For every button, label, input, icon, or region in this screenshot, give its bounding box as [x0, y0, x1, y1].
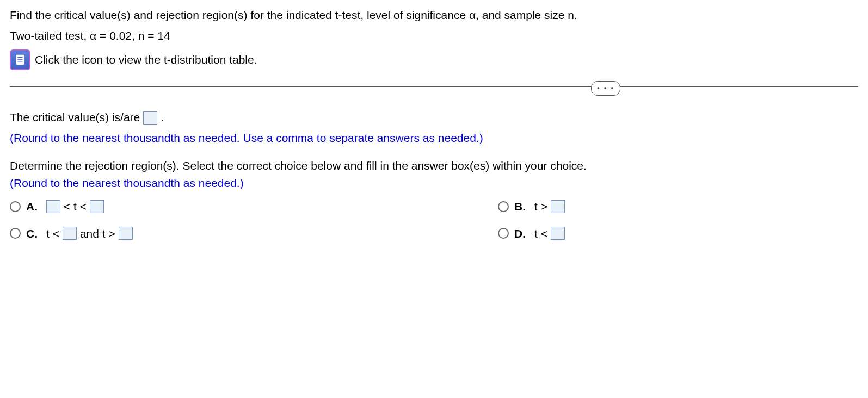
problem-line-1: Find the critical value(s) and rejection…: [10, 7, 858, 24]
critical-value-suffix: .: [161, 111, 164, 123]
choice-d-prefix: t <: [534, 225, 547, 242]
choice-a-label: A.: [26, 198, 38, 215]
divider-line: [10, 86, 858, 87]
choice-b: B. t >: [498, 198, 717, 215]
critical-value-prefix: The critical value(s) is/are: [10, 111, 143, 123]
choice-a-content: < t <: [46, 198, 104, 215]
choice-b-prefix: t >: [534, 198, 547, 215]
critical-value-line: The critical value(s) is/are .: [10, 109, 858, 126]
table-icon-row: Click the icon to view the t-distributio…: [10, 49, 858, 70]
section-divider: • • •: [10, 86, 858, 87]
choice-c-input-1[interactable]: [63, 227, 77, 240]
critical-value-input[interactable]: [143, 111, 157, 125]
t-distribution-table-icon[interactable]: [10, 49, 30, 70]
radio-a[interactable]: [10, 201, 21, 212]
choice-c: C. t < and t >: [10, 225, 353, 242]
choice-d-input[interactable]: [551, 227, 565, 240]
rejection-hint: (Round to the nearest thousandth as need…: [10, 175, 858, 192]
rejection-prompt: Determine the rejection region(s). Selec…: [10, 157, 858, 175]
choice-a-input-2[interactable]: [90, 200, 104, 213]
choice-b-label: B.: [514, 198, 526, 215]
choice-d-content: t <: [534, 225, 565, 242]
critical-value-hint: (Round to the nearest thousandth as need…: [10, 129, 858, 147]
choice-c-label: C.: [26, 225, 38, 242]
rejection-question: Determine the rejection region(s). Selec…: [10, 157, 858, 242]
radio-d[interactable]: [498, 228, 509, 239]
problem-line-2: Two-tailed test, α = 0.02, n = 14: [10, 27, 858, 45]
choice-d: D. t <: [498, 225, 717, 242]
choice-b-content: t >: [534, 198, 565, 215]
choice-grid: A. < t < B. t > C. t < and t >: [10, 198, 717, 242]
radio-c[interactable]: [10, 228, 21, 239]
table-icon-label: Click the icon to view the t-distributio…: [35, 51, 257, 69]
divider-expand-button[interactable]: • • •: [591, 81, 620, 96]
choice-c-content: t < and t >: [46, 225, 133, 242]
choice-c-mid: and t >: [80, 225, 115, 242]
choice-a: A. < t <: [10, 198, 353, 215]
choice-d-label: D.: [514, 225, 526, 242]
choice-a-mid: < t <: [64, 198, 87, 215]
choice-c-prefix: t <: [46, 225, 59, 242]
svg-rect-0: [16, 55, 24, 65]
document-icon: [14, 54, 26, 66]
choice-b-input[interactable]: [551, 200, 565, 213]
choice-c-input-2[interactable]: [119, 227, 133, 240]
choice-a-input-1[interactable]: [46, 200, 60, 213]
radio-b[interactable]: [498, 201, 509, 212]
